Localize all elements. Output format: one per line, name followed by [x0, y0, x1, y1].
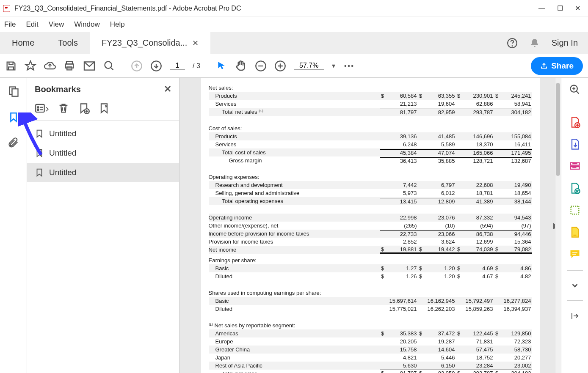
- share-icon: [540, 62, 548, 70]
- document-area[interactable]: Net sales:Products$60,584$63,355$230,901…: [179, 78, 561, 373]
- sign-in-link[interactable]: Sign In: [552, 38, 578, 48]
- cloud-upload-icon[interactable]: [44, 60, 56, 72]
- table-row: Total operating expenses13,41512,80941,3…: [209, 197, 532, 205]
- edit-pdf-icon[interactable]: [569, 160, 581, 172]
- table-row: Net income$19,881$19,442$74,039$79,082: [209, 246, 532, 254]
- svg-point-13: [348, 65, 350, 67]
- tab-tools[interactable]: Tools: [46, 32, 90, 54]
- delete-bookmark-icon[interactable]: [58, 102, 69, 114]
- svg-rect-17: [36, 104, 44, 112]
- save-icon[interactable]: [5, 60, 17, 72]
- bell-icon[interactable]: [530, 38, 540, 48]
- pdf-app-icon: [3, 5, 10, 12]
- comment-tool-icon[interactable]: [569, 226, 581, 238]
- table-row: Provision for income taxes2,8523,62412,6…: [209, 238, 532, 246]
- section-heading: Earnings per share:: [209, 256, 532, 264]
- create-pdf-icon[interactable]: [569, 116, 581, 128]
- table-row: Basic$1.27$1.20$4.69$4.86: [209, 264, 532, 272]
- tools-rail: [561, 78, 588, 373]
- table-row: Europe20,20519,28771,83172,323: [209, 337, 532, 346]
- menu-file[interactable]: File: [4, 20, 16, 29]
- tab-bar: Home Tools FY23_Q3_Consolida... ✕ Sign I…: [0, 32, 588, 54]
- zoom-dropdown-icon[interactable]: ▾: [332, 62, 335, 70]
- bookmark-icon: [35, 167, 44, 178]
- close-panel-icon[interactable]: ✕: [164, 84, 171, 95]
- zoom-in-icon[interactable]: [274, 60, 286, 72]
- help-icon[interactable]: [507, 38, 518, 49]
- tab-document[interactable]: FY23_Q3_Consolida... ✕: [90, 32, 210, 54]
- share-button[interactable]: Share: [531, 57, 583, 75]
- svg-point-19: [37, 109, 39, 110]
- chevron-down-icon[interactable]: [570, 281, 580, 290]
- table-row: Selling, general and administrative5,973…: [209, 189, 532, 197]
- mail-icon[interactable]: [83, 61, 96, 71]
- section-heading: ⁽¹⁾ Net sales by reportable segment:: [209, 321, 532, 329]
- tab-home-label: Home: [12, 38, 34, 48]
- more-icon[interactable]: [343, 60, 355, 72]
- search-tool-icon[interactable]: [569, 84, 581, 96]
- export-pdf-icon[interactable]: [569, 138, 581, 150]
- table-row: Americas$35,383$37,472$122,445$129,850: [209, 329, 532, 337]
- title-bar: FY23_Q3_Consolidated_Financial_Statement…: [0, 0, 588, 17]
- table-row: Income before provision for income taxes…: [209, 230, 532, 238]
- pointer-icon[interactable]: [216, 60, 227, 71]
- bookmarks-icon[interactable]: [8, 111, 19, 123]
- tab-home[interactable]: Home: [0, 32, 46, 54]
- collapse-rail-icon[interactable]: [570, 311, 580, 321]
- page-up-icon[interactable]: [131, 60, 143, 72]
- sign-icon[interactable]: [569, 182, 581, 194]
- star-icon[interactable]: [25, 60, 36, 72]
- maximize-button[interactable]: ☐: [557, 4, 563, 12]
- table-row: Operating income22,99823,07687,33294,543: [209, 214, 532, 222]
- bookmark-item[interactable]: Untitled: [27, 124, 179, 143]
- menu-bar: File Edit View Window Help: [0, 17, 588, 32]
- comment-icon[interactable]: [569, 248, 581, 260]
- section-heading: Cost of sales:: [209, 124, 532, 132]
- table-row: Rest of Asia Pacific5,6306,15023,28423,0…: [209, 362, 532, 370]
- document-wrap: ◀ Net sales:Products$60,584$63,355$230,9…: [179, 78, 561, 373]
- bookmarks-title: Bookmarks: [35, 85, 81, 94]
- zoom-out-icon[interactable]: [255, 60, 267, 72]
- bookmark-item[interactable]: Untitled: [27, 163, 179, 182]
- scrollbar[interactable]: [555, 78, 561, 373]
- thumbnails-icon[interactable]: [8, 85, 19, 97]
- bookmark-label: Untitled: [49, 148, 76, 158]
- bookmark-icon: [35, 128, 44, 139]
- table-row: Services6,2485,58918,37016,411: [209, 140, 532, 148]
- zoom-input[interactable]: [294, 62, 324, 70]
- table-row: Diluted15,775,02116,262,20315,859,26316,…: [209, 305, 532, 313]
- expand-bookmark-icon[interactable]: [98, 102, 110, 114]
- section-heading: Net sales:: [209, 84, 532, 92]
- search-icon[interactable]: [103, 60, 115, 72]
- tab-close-icon[interactable]: ✕: [192, 38, 199, 48]
- organize-icon[interactable]: [569, 204, 581, 216]
- print-icon[interactable]: [63, 60, 75, 72]
- svg-point-18: [37, 107, 39, 108]
- attachments-icon[interactable]: [8, 137, 19, 149]
- minimize-button[interactable]: —: [538, 4, 545, 12]
- tab-document-label: FY23_Q3_Consolida...: [102, 38, 187, 48]
- toolbar: / 3 ▾ Share: [0, 54, 588, 78]
- menu-window[interactable]: Window: [74, 20, 99, 29]
- table-row: Gross margin36,41335,885128,721132,687: [209, 156, 532, 165]
- menu-view[interactable]: View: [49, 20, 64, 29]
- scrollbar-thumb[interactable]: [556, 83, 560, 176]
- tab-tools-label: Tools: [58, 38, 78, 48]
- close-window-button[interactable]: ✕: [575, 4, 580, 12]
- bookmark-item[interactable]: Untitled: [27, 143, 179, 163]
- page-number-input[interactable]: [170, 62, 185, 70]
- hand-icon[interactable]: [235, 60, 247, 72]
- toolbar-divider: [123, 58, 123, 74]
- bookmark-options-icon[interactable]: [35, 102, 49, 114]
- share-label: Share: [551, 61, 574, 71]
- bookmark-list: Untitled Untitled Untitled: [27, 121, 179, 186]
- table-row: Diluted$1.26$1.20$4.67$4.82: [209, 272, 532, 280]
- menu-edit[interactable]: Edit: [26, 20, 38, 29]
- menu-help[interactable]: Help: [110, 20, 125, 29]
- svg-point-14: [351, 65, 353, 67]
- svg-point-7: [105, 61, 112, 68]
- nav-rail: [0, 78, 27, 373]
- toolbar-divider: [208, 58, 208, 74]
- page-down-icon[interactable]: [150, 60, 162, 72]
- add-bookmark-icon[interactable]: [78, 102, 90, 114]
